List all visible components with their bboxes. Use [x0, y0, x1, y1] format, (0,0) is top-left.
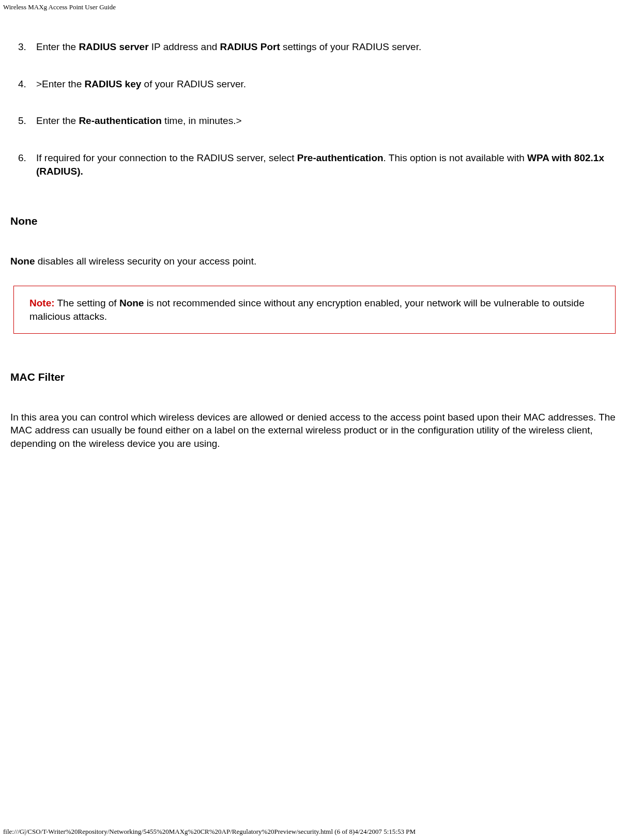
main-content: Enter the RADIUS server IP address and R…	[0, 40, 629, 450]
note-bold: None	[119, 298, 144, 308]
step-6-bold-1: Pre-authentication	[297, 152, 383, 163]
note-text-1: The setting of	[55, 298, 119, 308]
step-3-bold-2: RADIUS Port	[220, 41, 280, 52]
step-4-text-2: of your RADIUS server.	[141, 79, 246, 89]
step-6-text-2: . This option is not available with	[383, 152, 527, 163]
step-3-text-2: IP address and	[149, 41, 220, 52]
none-paragraph: None disables all wireless security on y…	[10, 255, 619, 268]
step-3-text-3: settings of your RADIUS server.	[280, 41, 422, 52]
none-text: disables all wireless security on your a…	[35, 256, 257, 267]
step-5-text-1: Enter the	[36, 115, 79, 126]
header-title: Wireless MAXg Access Point User Guide	[3, 3, 116, 11]
step-5-text-2: time, in minutes.>	[162, 115, 242, 126]
step-4-bold-1: RADIUS key	[84, 79, 141, 89]
step-5-bold-1: Re-authentication	[79, 115, 161, 126]
none-heading: None	[10, 214, 619, 228]
step-5: Enter the Re-authentication time, in min…	[10, 114, 619, 128]
step-3: Enter the RADIUS server IP address and R…	[10, 40, 619, 54]
steps-list: Enter the RADIUS server IP address and R…	[10, 40, 619, 178]
mac-filter-paragraph: In this area you can control which wirel…	[10, 411, 619, 450]
step-3-text-1: Enter the	[36, 41, 79, 52]
step-6: If required for your connection to the R…	[10, 151, 619, 178]
note-box: Note: The setting of None is not recomme…	[13, 286, 616, 334]
footer-text: file:///G|/CSO/T-Writer%20Repository/Net…	[3, 828, 416, 835]
page-header: Wireless MAXg Access Point User Guide	[0, 0, 629, 11]
step-3-bold-1: RADIUS server	[79, 41, 148, 52]
step-6-text-1: If required for your connection to the R…	[36, 152, 297, 163]
none-bold: None	[10, 256, 35, 267]
step-4-text-1: >Enter the	[36, 79, 84, 89]
step-4: >Enter the RADIUS key of your RADIUS ser…	[10, 77, 619, 91]
mac-filter-heading: MAC Filter	[10, 370, 619, 384]
note-label: Note:	[29, 298, 55, 308]
page-footer: file:///G|/CSO/T-Writer%20Repository/Net…	[3, 828, 416, 836]
